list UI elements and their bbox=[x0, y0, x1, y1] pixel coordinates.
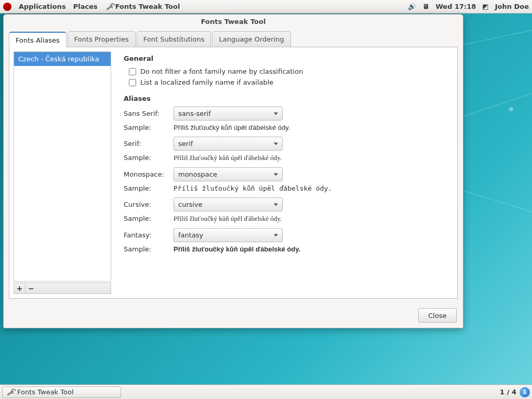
alias-sans-label: Sans Serif: bbox=[124, 110, 170, 117]
alias-sans-value: sans-serif bbox=[178, 110, 211, 117]
checkbox-no-filter-input[interactable] bbox=[129, 68, 136, 75]
menu-current-app[interactable]: Fonts Tweak Tool bbox=[105, 3, 180, 11]
alias-serif-combo[interactable]: serif bbox=[174, 137, 283, 151]
language-panel: Czech - Česká republika + − bbox=[9, 47, 113, 298]
alias-serif-label: Serif: bbox=[124, 140, 170, 148]
checkbox-no-filter[interactable]: Do not filter a font family name by clas… bbox=[129, 68, 448, 75]
aliases-heading: Aliases bbox=[124, 95, 448, 102]
volume-icon[interactable]: 🔊 bbox=[408, 3, 416, 10]
alias-fantasy-label: Fantasy: bbox=[124, 231, 170, 239]
checkbox-localized-input[interactable] bbox=[129, 79, 136, 86]
alias-cursive-combo[interactable]: cursive bbox=[174, 197, 283, 211]
menu-places[interactable]: Places bbox=[73, 3, 98, 10]
checkbox-localized[interactable]: List a localized family name if availabl… bbox=[129, 78, 448, 86]
checkbox-no-filter-label: Do not filter a font family name by clas… bbox=[140, 68, 303, 75]
user-menu[interactable]: John Doe bbox=[495, 3, 529, 10]
network-icon[interactable]: 🖥 bbox=[422, 3, 429, 10]
sample-text-sans: Příliš žluťoučký kůň úpěl ďábelské ódy. bbox=[174, 124, 448, 131]
tab-language-ordering[interactable]: Language Ordering bbox=[212, 31, 290, 47]
tab-bar: Fonts Aliases Fonts Properties Font Subs… bbox=[9, 31, 458, 47]
sample-label-cursive: Sample: bbox=[124, 215, 170, 222]
general-heading: General bbox=[124, 55, 448, 62]
wrench-icon bbox=[6, 388, 14, 396]
tab-fonts-properties[interactable]: Fonts Properties bbox=[68, 31, 136, 47]
presence-icon[interactable]: ◩ bbox=[482, 3, 488, 10]
taskbar-app-button[interactable]: Fonts Tweak Tool bbox=[2, 387, 121, 398]
alias-serif-value: serif bbox=[178, 140, 193, 148]
alias-cursive-label: Cursive: bbox=[124, 201, 170, 208]
sample-label-sans: Sample: bbox=[124, 124, 170, 131]
language-list[interactable]: Czech - Česká republika bbox=[14, 51, 111, 282]
workspace-badge[interactable]: 1 bbox=[520, 387, 530, 397]
window-title: Fonts Tweak Tool bbox=[201, 18, 266, 25]
current-app-label: Fonts Tweak Tool bbox=[115, 3, 180, 10]
alias-fantasy-value: fantasy bbox=[178, 231, 203, 239]
add-language-button[interactable]: + bbox=[14, 283, 25, 294]
language-item-czech[interactable]: Czech - Česká republika bbox=[14, 52, 111, 66]
sample-label-mono: Sample: bbox=[124, 184, 170, 192]
window-titlebar[interactable]: Fonts Tweak Tool bbox=[4, 15, 463, 28]
taskbar-app-label: Fonts Tweak Tool bbox=[17, 388, 74, 396]
alias-mono-value: monospace bbox=[178, 170, 217, 178]
distro-icon bbox=[3, 3, 11, 11]
remove-language-button[interactable]: − bbox=[25, 283, 37, 294]
svg-point-4 bbox=[509, 107, 513, 111]
top-panel: Applications Places Fonts Tweak Tool 🔊 🖥… bbox=[0, 0, 532, 14]
close-button[interactable]: Close bbox=[418, 308, 457, 323]
alias-cursive-value: cursive bbox=[178, 201, 203, 208]
alias-fantasy-combo[interactable]: fantasy bbox=[174, 228, 283, 242]
sample-text-fantasy: Příliš žluťoučký kůň úpěl ďábelské ódy. bbox=[174, 245, 448, 253]
sample-label-fantasy: Sample: bbox=[124, 245, 170, 253]
sample-text-mono: Příliš žluťoučký kůň úpěl ďábelské ódy. bbox=[174, 184, 448, 192]
bottom-panel: Fonts Tweak Tool 1 / 4 1 bbox=[0, 384, 532, 399]
tab-fonts-aliases[interactable]: Fonts Aliases bbox=[9, 32, 66, 47]
tab-font-substitutions[interactable]: Font Substitutions bbox=[137, 31, 211, 47]
alias-mono-combo[interactable]: monospace bbox=[174, 167, 283, 181]
wrench-icon bbox=[105, 3, 113, 11]
workspace-indicator[interactable]: 1 / 4 bbox=[500, 388, 516, 396]
sample-text-serif: Příliš žluťoučký kůň úpěl ďábelské ódy. bbox=[174, 154, 448, 162]
sample-text-cursive: Příliš žluťoučký kůň úpěl ďábelské ódy. bbox=[174, 215, 448, 223]
clock[interactable]: Wed 17:18 bbox=[435, 3, 476, 10]
sample-label-serif: Sample: bbox=[124, 154, 170, 162]
alias-sans-combo[interactable]: sans-serif bbox=[174, 107, 283, 121]
menu-applications[interactable]: Applications bbox=[19, 3, 66, 10]
settings-pane: General Do not filter a font family name… bbox=[113, 47, 457, 298]
language-list-toolbar: + − bbox=[14, 283, 111, 294]
alias-mono-label: Monospace: bbox=[124, 170, 170, 178]
checkbox-localized-label: List a localized family name if availabl… bbox=[140, 78, 273, 86]
fonts-tweak-window: Fonts Tweak Tool Fonts Aliases Fonts Pro… bbox=[3, 14, 463, 328]
